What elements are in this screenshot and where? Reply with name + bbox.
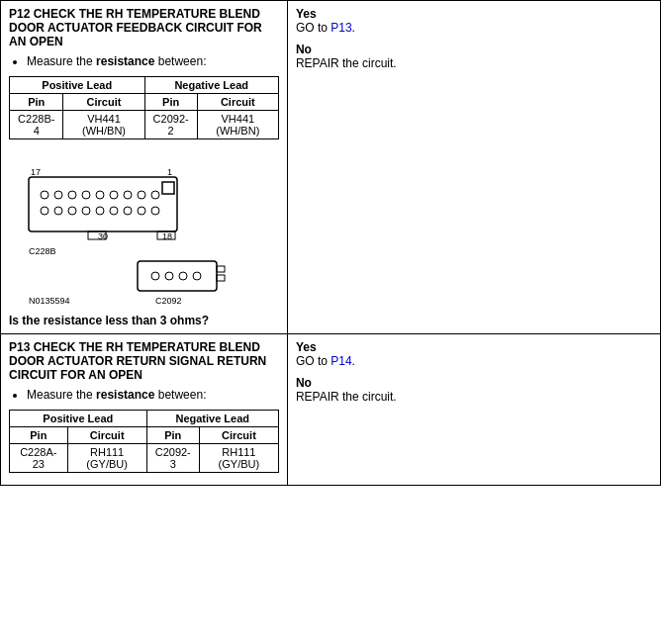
p13-col2-header: Circuit <box>67 427 146 444</box>
p13-no-text: REPAIR the circuit. <box>296 390 397 404</box>
p12-left-col: P12 CHECK THE RH TEMPERATURE BLEND DOOR … <box>1 1 288 334</box>
svg-text:N0135594: N0135594 <box>29 296 70 306</box>
svg-point-18 <box>138 207 145 215</box>
p13-neg-lead-header: Negative Lead <box>146 411 278 427</box>
svg-text:17: 17 <box>31 167 41 177</box>
p12-question: Is the resistance less than 3 ohms? <box>9 314 279 327</box>
p12-pos-lead-header: Positive Lead <box>10 77 145 94</box>
svg-point-5 <box>82 191 90 199</box>
p12-header: P12 CHECK THE RH TEMPERATURE BLEND DOOR … <box>9 7 279 48</box>
p13-col3-header: Pin <box>146 427 199 444</box>
p13-yes-label: Yes <box>296 340 317 354</box>
p13-circuit2: RH111 (GY/BU) <box>199 444 278 473</box>
p12-yes-text: GO to <box>296 21 330 35</box>
p13-no-label: No <box>296 376 312 390</box>
p12-yes-label: Yes <box>296 7 317 21</box>
svg-point-9 <box>138 191 145 199</box>
svg-rect-27 <box>138 261 217 291</box>
svg-point-2 <box>41 191 48 199</box>
svg-point-3 <box>54 191 62 199</box>
p12-circuit1: VH441 (WH/BN) <box>63 111 144 139</box>
svg-point-15 <box>96 207 104 215</box>
svg-point-14 <box>82 207 90 215</box>
p12-measure-table: Positive Lead Negative Lead Pin Circuit … <box>9 76 279 139</box>
p12-col2-header: Circuit <box>63 94 144 111</box>
p12-col4-header: Circuit <box>197 94 278 111</box>
p13-yes-link[interactable]: P14 <box>330 354 351 368</box>
svg-point-13 <box>68 207 76 215</box>
svg-point-17 <box>124 207 132 215</box>
svg-point-8 <box>124 191 132 199</box>
svg-text:C2092: C2092 <box>155 296 182 306</box>
svg-point-11 <box>41 207 48 215</box>
svg-point-31 <box>193 272 201 280</box>
svg-text:1: 1 <box>167 167 172 177</box>
svg-rect-0 <box>29 177 177 231</box>
p12-no-block: No REPAIR the circuit. <box>296 43 652 70</box>
p12-pin1: C228B-4 <box>10 111 63 139</box>
p12-diagram: 17 1 30 18 C228B <box>9 147 279 306</box>
svg-text:C228B: C228B <box>29 246 56 256</box>
p13-yes-text: GO to <box>296 354 330 368</box>
p12-yes-link[interactable]: P13 <box>330 21 351 35</box>
svg-rect-33 <box>217 275 225 281</box>
p13-header: P13 CHECK THE RH TEMPERATURE BLEND DOOR … <box>9 340 279 382</box>
svg-point-16 <box>110 207 118 215</box>
p13-pin1: C228A-23 <box>10 444 68 473</box>
svg-point-10 <box>151 191 159 199</box>
svg-point-28 <box>151 272 159 280</box>
p12-right-col: Yes GO to P13. No REPAIR the circuit. <box>287 1 660 334</box>
svg-point-4 <box>68 191 76 199</box>
p12-neg-lead-header: Negative Lead <box>144 77 278 94</box>
p12-col1-header: Pin <box>10 94 63 111</box>
p12-pin2: C2092-2 <box>144 111 197 139</box>
p13-col4-header: Circuit <box>199 427 278 444</box>
svg-rect-1 <box>162 182 174 194</box>
p12-no-text: REPAIR the circuit. <box>296 56 397 70</box>
p12-circuit2: VH441 (WH/BN) <box>197 111 278 139</box>
p13-right-col: Yes GO to P14. No REPAIR the circuit. <box>287 334 660 486</box>
p13-no-block: No REPAIR the circuit. <box>296 376 652 404</box>
p13-col1-header: Pin <box>10 427 68 444</box>
p13-circuit1: RH111 (GY/BU) <box>67 444 146 473</box>
p12-instruction: Measure the resistance between: <box>27 54 206 68</box>
svg-point-7 <box>110 191 118 199</box>
p12-col3-header: Pin <box>144 94 197 111</box>
p12-no-label: No <box>296 43 312 56</box>
p12-yes-block: Yes GO to P13. <box>296 7 652 35</box>
svg-point-29 <box>165 272 173 280</box>
p13-measure-table: Positive Lead Negative Lead Pin Circuit … <box>9 410 279 473</box>
svg-point-30 <box>179 272 187 280</box>
p13-pos-lead-header: Positive Lead <box>10 411 147 427</box>
svg-rect-32 <box>217 266 225 272</box>
p13-pin2: C2092-3 <box>146 444 199 473</box>
p13-yes-block: Yes GO to P14. <box>296 340 652 368</box>
svg-point-12 <box>54 207 62 215</box>
svg-point-19 <box>151 207 159 215</box>
p13-instruction: Measure the resistance between: <box>27 388 206 402</box>
p13-left-col: P13 CHECK THE RH TEMPERATURE BLEND DOOR … <box>1 334 288 486</box>
svg-point-6 <box>96 191 104 199</box>
